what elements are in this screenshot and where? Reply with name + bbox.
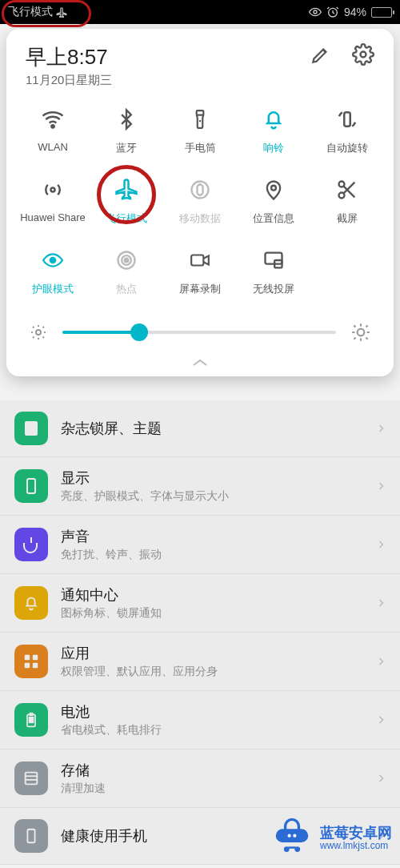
settings-item-icon xyxy=(14,469,48,503)
qs-label: 热点 xyxy=(116,282,137,296)
settings-item-subtitle: 亮度、护眼模式、字体与显示大小 xyxy=(61,489,229,504)
settings-item-icon xyxy=(14,586,48,620)
svg-point-16 xyxy=(51,125,54,127)
qs-label: 响铃 xyxy=(263,141,284,155)
qs-label: 蓝牙 xyxy=(116,141,137,155)
svg-point-33 xyxy=(358,329,365,336)
svg-point-38 xyxy=(293,834,296,838)
qs-icon-自动旋转 xyxy=(334,106,361,133)
svg-point-20 xyxy=(51,188,55,192)
qs-响铃[interactable]: 响铃 xyxy=(237,106,310,155)
qs-label: 护眼模式 xyxy=(32,282,74,296)
chevron-right-icon xyxy=(376,421,386,436)
qs-自动旋转[interactable]: 自动旋转 xyxy=(310,106,384,155)
svg-point-22 xyxy=(271,186,276,191)
settings-item[interactable]: 通知中心图标角标、锁屏通知 xyxy=(0,574,400,633)
svg-rect-19 xyxy=(344,112,350,127)
qs-手电筒[interactable]: 手电筒 xyxy=(163,106,237,155)
qs-icon-位置信息 xyxy=(260,176,287,203)
svg-point-37 xyxy=(288,834,291,838)
brightness-slider-thumb[interactable] xyxy=(130,323,148,341)
qs-icon-截屏 xyxy=(334,176,361,203)
qs-label: 截屏 xyxy=(337,211,358,226)
svg-rect-29 xyxy=(191,255,203,266)
qs-热点[interactable]: 热点 xyxy=(90,247,163,296)
qs-护眼模式[interactable]: 护眼模式 xyxy=(16,247,90,296)
watermark-icon xyxy=(270,817,314,860)
svg-rect-36 xyxy=(288,846,296,849)
settings-item-icon xyxy=(14,762,48,795)
watermark: 蓝莓安卓网 www.lmkjst.com xyxy=(270,817,392,860)
status-left: 飞行模式 xyxy=(8,5,67,19)
qs-label: Huawei Share xyxy=(20,211,86,223)
settings-item-title: 电池 xyxy=(61,702,162,721)
qs-WLAN[interactable]: WLAN xyxy=(16,106,90,155)
settings-item[interactable]: 存储清理加速 xyxy=(0,749,400,808)
qs-label: WLAN xyxy=(38,141,68,153)
qs-飞行模式[interactable]: 飞行模式 xyxy=(90,176,163,226)
chevron-right-icon xyxy=(376,479,386,493)
qs-截屏[interactable]: 截屏 xyxy=(310,176,384,226)
settings-item[interactable]: 显示亮度、护眼模式、字体与显示大小 xyxy=(0,457,400,516)
quick-settings-grid: WLAN蓝牙手电筒响铃自动旋转Huawei Share飞行模式移动数据位置信息截… xyxy=(11,94,389,303)
settings-item-subtitle: 图标角标、锁屏通知 xyxy=(61,606,162,621)
settings-item[interactable]: 声音免打扰、铃声、振动 xyxy=(0,516,400,574)
settings-item-subtitle: 省电模式、耗电排行 xyxy=(61,723,162,737)
brightness-low-icon xyxy=(29,323,48,342)
chevron-right-icon xyxy=(376,537,386,552)
notification-panel: 早上8:57 11月20日星期三 WLAN蓝牙手电筒响铃自动旋转Huawei S… xyxy=(6,29,394,376)
watermark-name: 蓝莓安卓网 xyxy=(320,825,392,842)
settings-item[interactable]: 电池省电模式、耗电排行 xyxy=(0,691,400,749)
settings-item-subtitle: 清理加速 xyxy=(61,782,106,796)
settings-item-title: 健康使用手机 xyxy=(61,826,147,846)
qs-icon-Huawei Share xyxy=(39,176,66,203)
settings-gear-icon[interactable] xyxy=(352,43,374,66)
brightness-row xyxy=(11,303,389,349)
qs-屏幕录制[interactable]: 屏幕录制 xyxy=(163,247,237,296)
svg-rect-3 xyxy=(27,479,35,493)
svg-rect-4 xyxy=(25,655,30,660)
svg-point-15 xyxy=(361,52,366,58)
svg-rect-2 xyxy=(25,421,38,436)
qs-蓝牙[interactable]: 蓝牙 xyxy=(90,106,163,155)
svg-point-25 xyxy=(50,258,56,263)
qs-icon-蓝牙 xyxy=(113,106,140,133)
edit-icon[interactable] xyxy=(310,44,331,65)
qs-icon-移动数据 xyxy=(186,176,214,203)
settings-list: 杂志锁屏、主题显示亮度、护眼模式、字体与显示大小声音免打扰、铃声、振动通知中心图… xyxy=(0,400,400,865)
settings-item-title: 声音 xyxy=(61,527,162,546)
settings-item[interactable]: 应用权限管理、默认应用、应用分身 xyxy=(0,633,400,691)
alarm-status-icon xyxy=(326,6,339,18)
qs-label: 手电筒 xyxy=(185,141,216,155)
qs-icon-响铃 xyxy=(260,106,287,133)
settings-item-title: 通知中心 xyxy=(61,585,162,605)
qs-无线投屏[interactable]: 无线投屏 xyxy=(237,247,310,296)
qs-icon-手电筒 xyxy=(186,106,214,133)
qs-移动数据[interactable]: 移动数据 xyxy=(163,176,237,226)
panel-time: 早上8:57 xyxy=(26,43,112,71)
qs-Huawei Share[interactable]: Huawei Share xyxy=(16,176,90,226)
qs-位置信息[interactable]: 位置信息 xyxy=(237,176,310,226)
brightness-slider[interactable] xyxy=(62,331,336,334)
chevron-right-icon xyxy=(376,713,386,727)
settings-item-icon xyxy=(14,703,48,737)
svg-rect-5 xyxy=(33,655,38,660)
svg-rect-14 xyxy=(27,830,34,843)
settings-item-subtitle: 权限管理、默认应用、应用分身 xyxy=(61,665,218,679)
qs-icon-热点 xyxy=(113,247,140,274)
expand-handle[interactable] xyxy=(11,349,389,372)
watermark-url: www.lmkjst.com xyxy=(320,841,392,852)
qs-label: 飞行模式 xyxy=(106,211,147,226)
chevron-right-icon xyxy=(376,771,386,786)
qs-icon-屏幕录制 xyxy=(186,247,214,274)
svg-point-0 xyxy=(314,10,317,14)
panel-date: 11月20日星期三 xyxy=(26,73,112,88)
qs-icon-WLAN xyxy=(39,106,66,133)
battery-percent-label: 94% xyxy=(344,6,366,18)
status-bar: 飞行模式 94% xyxy=(0,0,400,24)
svg-point-32 xyxy=(36,330,41,335)
qs-icon-护眼模式 xyxy=(39,247,66,274)
chevron-right-icon xyxy=(376,654,386,669)
settings-item[interactable]: 杂志锁屏、主题 xyxy=(0,400,400,457)
airplane-mode-status-label: 飞行模式 xyxy=(8,5,53,19)
